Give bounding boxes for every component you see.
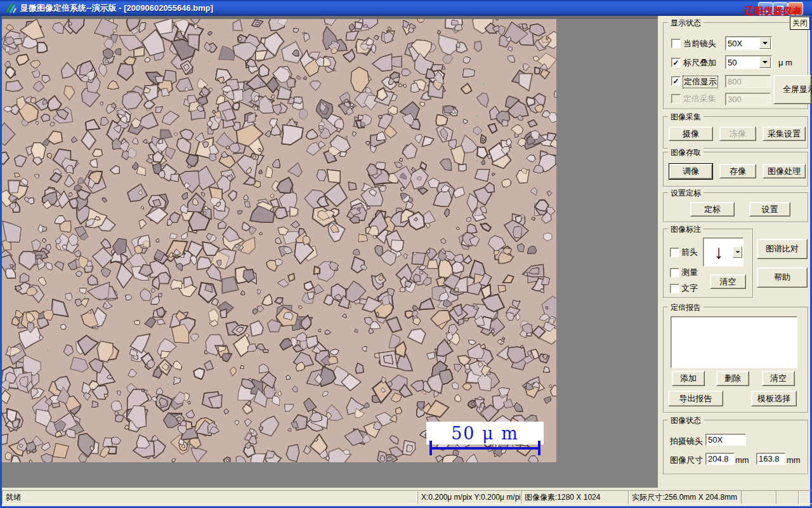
group-set-calibration-title: 设置定标 xyxy=(668,188,704,199)
micrograph-image[interactable] xyxy=(2,19,556,462)
group-annotation: 图像标注 箭头 ↓ 测量 清空 文字 xyxy=(663,229,753,298)
group-image-status: 图像状态 拍摄镜头 50X 图像尺寸 204.8 mm 163.8 mm xyxy=(663,420,808,474)
help-button[interactable]: 帮助 xyxy=(757,267,808,288)
calibrate-button[interactable]: 定标 xyxy=(690,202,735,217)
label-fixed-capture: 定倍采集 xyxy=(683,93,716,105)
input-image-height[interactable]: 163.8 xyxy=(756,453,785,465)
group-image-capture-title: 图像采集 xyxy=(668,112,704,123)
combo-current-lens[interactable]: 50X xyxy=(725,36,772,50)
restore-icon xyxy=(777,6,783,12)
image-viewport[interactable]: 50 μ m xyxy=(2,19,556,462)
label-ruler-overlay: 标尺叠加 xyxy=(683,57,716,69)
input-fixed-display[interactable]: 800 xyxy=(725,75,771,88)
group-image-capture: 图像采集 摄像 冻像 采集设置 xyxy=(663,116,808,149)
minimize-button[interactable] xyxy=(758,2,773,15)
image-process-button[interactable]: 图像处理 xyxy=(763,164,806,178)
close-tooltip: 关闭 xyxy=(790,17,810,30)
close-button[interactable]: × xyxy=(788,2,803,15)
label-unit-height: mm xyxy=(787,455,801,465)
report-add-button[interactable]: 添加 xyxy=(672,371,705,386)
shoot-button[interactable]: 摄像 xyxy=(669,126,713,141)
group-annotation-title: 图像标注 xyxy=(668,224,704,235)
label-fixed-display: 定倍显示 xyxy=(683,76,718,88)
capture-settings-button[interactable]: 采集设置 xyxy=(763,126,806,141)
window-title: 显微图像定倍系统--演示版 - [20090602055646.bmp] xyxy=(20,3,213,14)
export-report-button[interactable]: 导出报告 xyxy=(668,391,723,406)
label-measure: 测量 xyxy=(681,267,698,278)
status-ready: 就绪 xyxy=(2,490,417,504)
group-magnification-report-title: 定倍报告 xyxy=(668,302,704,313)
clear-annotation-button[interactable]: 清空 xyxy=(710,274,746,289)
report-listbox[interactable] xyxy=(671,316,797,368)
group-set-calibration: 设置定标 定标 设置 xyxy=(663,192,808,222)
app-icon xyxy=(5,2,17,14)
freeze-button[interactable]: 冻像 xyxy=(719,126,756,141)
settings-button[interactable]: 设置 xyxy=(749,202,790,217)
work-area: 50 μ m xyxy=(2,16,658,488)
group-magnification-report: 定倍报告 添加 删除 清空 导出报告 模板选择 xyxy=(663,307,808,413)
arrow-combo-drop-icon[interactable] xyxy=(733,246,742,258)
checkbox-ruler-overlay[interactable]: ✓ xyxy=(671,58,681,67)
group-image-status-title: 图像状态 xyxy=(668,415,704,426)
arrow-style-icon: ↓ xyxy=(704,240,732,264)
status-pixel-scale: X:0.200μ m/pix Y:0.200μ m/pix xyxy=(417,490,521,504)
scalebar-line xyxy=(430,447,540,450)
group-image-storage: 图像存取 调像 存像 图像处理 xyxy=(663,152,808,187)
status-actual-size: 实际尺寸:256.0mm X 204.8mm xyxy=(628,490,742,504)
app-window: 显微图像定倍系统--演示版 - [20090602055646.bmp] × 辽… xyxy=(0,0,812,508)
scalebar-label-box: 50 μ m xyxy=(426,422,544,444)
group-display-status-title: 显示状态 xyxy=(668,18,704,29)
input-image-width[interactable]: 204.8 xyxy=(705,453,735,465)
label-ruler-unit: μ m xyxy=(778,58,792,67)
group-image-storage-title: 图像存取 xyxy=(668,147,704,158)
group-display-status: 显示状态 当前镜头 50X ✓ 标尺叠加 50 μ m ✓ 定倍显示 800 定… xyxy=(663,22,808,109)
checkbox-arrow[interactable] xyxy=(670,248,679,257)
atlas-compare-button[interactable]: 图谱比对 xyxy=(757,239,808,259)
checkbox-fixed-capture[interactable] xyxy=(671,94,681,104)
arrow-style-combo[interactable]: ↓ xyxy=(703,237,743,267)
combo-ruler-value[interactable]: 50 xyxy=(725,55,772,69)
input-fixed-capture[interactable]: 300 xyxy=(725,93,771,105)
report-clear-button[interactable]: 清空 xyxy=(762,371,795,386)
checkbox-text[interactable] xyxy=(670,284,679,293)
scalebar-tick-right xyxy=(538,441,540,455)
status-empty-2 xyxy=(776,490,799,504)
combo-lens-drop-icon[interactable] xyxy=(759,37,771,49)
minimize-icon xyxy=(763,11,768,12)
label-arrow: 箭头 xyxy=(681,246,698,258)
report-delete-button[interactable]: 删除 xyxy=(716,371,749,386)
control-panel: 显示状态 当前镜头 50X ✓ 标尺叠加 50 μ m ✓ 定倍显示 800 定… xyxy=(658,16,810,488)
statusbar: 就绪 X:0.200μ m/pix Y:0.200μ m/pix 图像像素:12… xyxy=(2,488,810,506)
label-shoot-lens: 拍摄镜头 xyxy=(670,436,703,447)
scalebar-tick-left xyxy=(429,441,432,455)
load-image-button[interactable]: 调像 xyxy=(669,164,712,179)
status-empty-3 xyxy=(798,490,812,504)
restore-button[interactable] xyxy=(773,2,788,15)
status-image-pixels: 图像像素:1280 X 1024 xyxy=(521,490,629,504)
label-current-lens: 当前镜头 xyxy=(683,38,716,50)
checkbox-current-lens[interactable] xyxy=(671,39,681,48)
checkbox-fixed-display[interactable]: ✓ xyxy=(671,76,681,86)
combo-ruler-drop-icon[interactable] xyxy=(759,57,771,68)
fullscreen-button[interactable]: 全屏显示 xyxy=(773,75,811,104)
label-image-size: 图像尺寸 xyxy=(670,455,703,466)
close-icon: × xyxy=(793,4,798,13)
label-text: 文字 xyxy=(681,283,698,294)
checkbox-measure[interactable] xyxy=(670,268,679,277)
input-shoot-lens[interactable]: 50X xyxy=(705,434,746,446)
template-select-button[interactable]: 模板选择 xyxy=(751,391,797,406)
save-image-button[interactable]: 存像 xyxy=(719,164,756,178)
label-unit-width: mm xyxy=(735,455,749,465)
titlebar[interactable]: 显微图像定倍系统--演示版 - [20090602055646.bmp] × 辽… xyxy=(0,0,812,16)
scalebar-label: 50 μ m xyxy=(451,424,519,443)
status-empty-1 xyxy=(741,490,777,504)
